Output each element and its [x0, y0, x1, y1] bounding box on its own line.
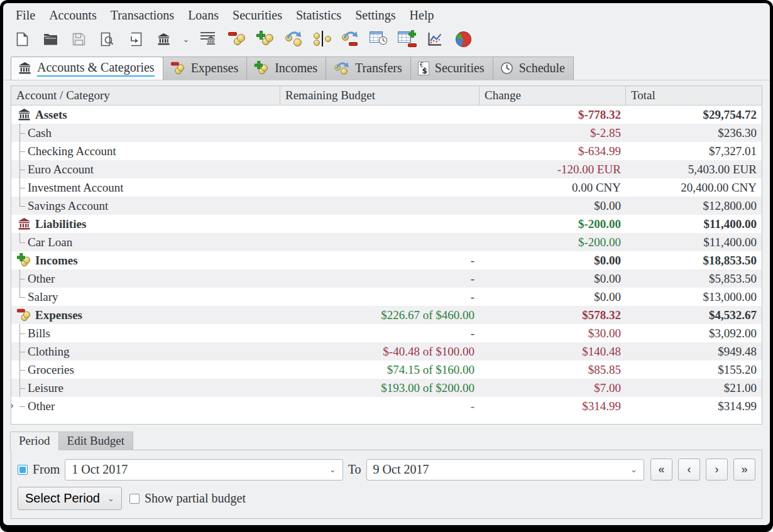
menu-accounts[interactable]: Accounts: [42, 8, 104, 23]
income-icon: [16, 253, 31, 268]
tree-expander[interactable]: ›: [11, 397, 28, 415]
table-row-other[interactable]: ›Other-$314.99$314.99: [11, 397, 762, 415]
chevron-down-icon: ⌄: [630, 465, 637, 474]
column-header-remaining-budget[interactable]: Remaining Budget: [280, 86, 480, 105]
show-partial-budget-label: Show partial budget: [145, 491, 246, 506]
table-row-savings-account[interactable]: Savings Account$0.00$12,800.00: [11, 197, 762, 215]
tab-schedule[interactable]: Schedule: [493, 57, 574, 80]
select-period-button[interactable]: Select Period ⌄: [18, 487, 122, 510]
row-name: Assets: [35, 108, 67, 122]
cell-total: $11,400.00: [626, 236, 762, 249]
table-row-cash[interactable]: Cash$-2.85$236.30: [11, 124, 762, 142]
bank-red-icon: [16, 217, 31, 231]
menu-settings[interactable]: Settings: [348, 8, 402, 23]
cell-total: $11,400.00: [626, 217, 762, 231]
cell-total: $949.48: [626, 345, 762, 359]
open-file-icon: [43, 33, 58, 46]
tab-incomes[interactable]: Incomes: [246, 57, 326, 80]
cell-change: $-778.32: [480, 108, 626, 122]
table-row-liabilities[interactable]: Liabilities$-200.00$11,400.00: [11, 215, 762, 233]
new-account-button[interactable]: [153, 28, 174, 50]
next-period-button[interactable]: ›: [706, 459, 728, 480]
cell-change: $578.32: [480, 308, 626, 322]
menu-help[interactable]: Help: [403, 8, 441, 23]
tab-securities[interactable]: €$Securities: [410, 57, 493, 80]
cell-change: $85.85: [480, 363, 626, 377]
tab-period[interactable]: Period: [10, 432, 59, 450]
tab-label: Schedule: [519, 61, 565, 75]
new-transfer-button[interactable]: [283, 28, 304, 50]
table-row-leisure[interactable]: Leisure$193.00 of $200.00$7.00$21.00: [11, 379, 762, 397]
new-file-button[interactable]: [11, 28, 33, 50]
row-name: Liabilities: [35, 217, 86, 231]
last-period-button[interactable]: »: [733, 459, 755, 480]
cell-change: $0.00: [480, 272, 626, 286]
table-row-other[interactable]: Other-$0.00$5,853.50: [11, 269, 762, 288]
tab-label: Accounts & Categories: [37, 60, 155, 77]
tab-accounts-categories[interactable]: Accounts & Categories: [11, 57, 163, 80]
table-row-car-loan[interactable]: Car Loan$-200.00$11,400.00: [11, 233, 762, 251]
menu-securities[interactable]: Securities: [226, 8, 289, 23]
tab-transfers[interactable]: Transfers: [326, 57, 411, 80]
to-date-combobox[interactable]: 9 Oct 2017 ⌄: [366, 459, 644, 480]
row-name: Bills: [28, 327, 50, 340]
edit-budget-button[interactable]: [396, 28, 417, 50]
schedule-transaction-button[interactable]: [368, 28, 389, 50]
expense-icon: [16, 308, 31, 323]
tab-label: Expenses: [191, 61, 239, 75]
chart-button[interactable]: [424, 28, 446, 50]
tree-branch: [11, 361, 28, 379]
tab-expenses[interactable]: Expenses: [163, 57, 248, 80]
row-name: Groceries: [28, 363, 74, 377]
chevron-down-icon: ⌄: [107, 494, 114, 503]
account-ledger-button[interactable]: [198, 28, 219, 50]
import-export-button[interactable]: [124, 28, 146, 50]
table-row-clothing[interactable]: Clothing$-40.48 of $100.00$140.48$949.48: [11, 342, 762, 361]
previous-period-button[interactable]: ‹: [678, 459, 700, 480]
from-date-value: 1 Oct 2017: [72, 462, 128, 477]
tree-branch: [11, 197, 28, 215]
table-row-euro-account[interactable]: Euro Account-120.00 EUR5,403.00 EUR: [11, 160, 762, 178]
menu-file[interactable]: File: [9, 8, 42, 23]
expand-arrow-icon[interactable]: ›: [11, 401, 14, 410]
column-header-account-category[interactable]: Account / Category: [11, 86, 280, 105]
table-row-expenses[interactable]: Expenses$226.67 of $460.00$578.32$4,532.…: [11, 306, 762, 324]
save-file-button[interactable]: [68, 28, 89, 50]
table-header: Account / CategoryRemaining BudgetChange…: [11, 86, 762, 106]
new-expense-button[interactable]: [226, 28, 248, 50]
cell-total: 5,403.00 EUR: [626, 163, 762, 176]
table-row-bills[interactable]: Bills-$30.00$3,092.00: [11, 324, 762, 342]
new-account-icon: [157, 33, 170, 46]
pie-report-button[interactable]: [452, 28, 474, 50]
edit-budget-icon: [398, 31, 415, 47]
refund-repayment-button[interactable]: [339, 28, 361, 50]
show-partial-budget-checkbox[interactable]: [129, 494, 140, 504]
menu-loans[interactable]: Loans: [181, 8, 226, 23]
table-row-salary[interactable]: Salary-$0.00$13,000.00: [11, 288, 762, 306]
tab-label: Securities: [435, 61, 485, 75]
split-transaction-button[interactable]: [311, 28, 332, 50]
pie-report-icon: [456, 31, 471, 47]
table-row-groceries[interactable]: Groceries$74.15 of $160.00$85.85$155.20: [11, 361, 762, 379]
menu-statistics[interactable]: Statistics: [289, 8, 348, 23]
column-header-change[interactable]: Change: [480, 86, 626, 105]
menu-transactions[interactable]: Transactions: [104, 8, 181, 23]
main-tabbar: Accounts & CategoriesExpensesIncomesTran…: [3, 54, 770, 80]
tree-branch: [11, 124, 28, 142]
from-checkbox[interactable]: [18, 465, 28, 475]
from-date-combobox[interactable]: 1 Oct 2017 ⌄: [65, 459, 343, 480]
open-file-button[interactable]: [40, 28, 61, 50]
print-preview-button[interactable]: [96, 28, 118, 50]
new-income-button[interactable]: [255, 28, 276, 50]
period-nav-buttons: «‹›»: [650, 459, 755, 480]
table-row-checking-account[interactable]: Checking Account$-634.99$7,327.01: [11, 142, 762, 160]
table-row-incomes[interactable]: Incomes-$0.00$18,853.50: [11, 251, 762, 269]
column-header-total[interactable]: Total: [626, 86, 762, 105]
table-row-assets[interactable]: Assets$-778.32$29,754.72: [11, 106, 762, 124]
table-row-investment-account[interactable]: Investment Account0.00 CNY20,400.00 CNY: [11, 178, 762, 197]
dropdown-arrow-button[interactable]: ⌄: [181, 28, 191, 50]
first-period-button[interactable]: «: [650, 459, 672, 480]
cell-total: $314.99: [626, 399, 762, 413]
import-export-icon: [129, 32, 142, 46]
tab-edit-budget[interactable]: Edit Budget: [58, 432, 133, 450]
